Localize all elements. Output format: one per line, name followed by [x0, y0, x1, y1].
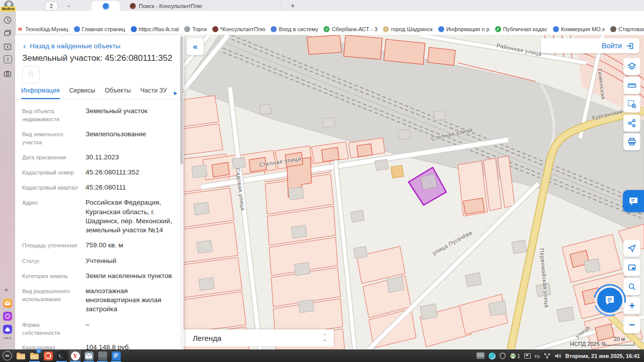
- bookmark-favicon: [553, 26, 559, 32]
- mail-app-icon[interactable]: [3, 299, 12, 308]
- field-row: Площадь уточненная759.00 кв. м: [22, 241, 173, 250]
- bookmark-item[interactable]: Информация о р: [438, 26, 490, 32]
- docs-app-button[interactable]: [110, 350, 122, 361]
- bookmark-label: *КонсультантПлю: [220, 26, 266, 32]
- tab-Объекты[interactable]: Объекты: [105, 87, 131, 99]
- orange-parcel: [391, 165, 404, 178]
- minimap-button[interactable]: [623, 259, 640, 276]
- tab-list-chevron-icon[interactable]: ⌄: [66, 2, 71, 9]
- measure-ruler-button[interactable]: [623, 77, 640, 94]
- files-app-button[interactable]: [15, 350, 27, 361]
- windows-icon[interactable]: [3, 29, 12, 38]
- gray-app-button[interactable]: [97, 350, 108, 361]
- my-location-button[interactable]: [623, 240, 640, 257]
- chevron-left-icon: ‹: [23, 43, 26, 49]
- assistant-chat-button[interactable]: [623, 190, 644, 212]
- field-row: СтатусУчтенный: [22, 256, 173, 265]
- area-search-button[interactable]: [623, 96, 640, 113]
- video-play-icon[interactable]: [3, 42, 12, 51]
- nspd-favicon: [103, 3, 109, 10]
- keyboard-layout[interactable]: ru: [535, 353, 540, 359]
- docs-app-icon: [112, 351, 121, 360]
- network-icon[interactable]: [544, 353, 550, 359]
- battery-icon[interactable]: [524, 353, 531, 358]
- bookmark-item[interactable]: Торги: [184, 26, 206, 32]
- orange-app-icon: [44, 351, 53, 360]
- bookmark-item[interactable]: *КонсультантПлю: [212, 26, 266, 32]
- field-value: малоэтажная многоквартирная жилая застро…: [86, 287, 173, 314]
- tray-app-icon[interactable]: [476, 352, 485, 359]
- print-button[interactable]: [623, 133, 640, 150]
- field-value: –: [86, 320, 173, 337]
- map-login-bar[interactable]: Войти: [541, 38, 639, 53]
- browser-tab-bar: Войти 2 ⌄ Поиск - КонсультантПлю +: [0, 0, 644, 11]
- bookmark-item[interactable]: город Шадринск: [383, 26, 433, 32]
- terminal-app-button[interactable]: $_: [56, 350, 67, 361]
- bookmark-favicon: [184, 26, 190, 32]
- bookmark-item[interactable]: ✓Сбербанк-АСТ - З: [324, 26, 377, 32]
- browser-side-rail: 2 + •••: [0, 11, 16, 349]
- panel-scrollbar[interactable]: [180, 36, 183, 348]
- field-row: Кадастровый квартал45:26:080111: [22, 183, 173, 192]
- panel-collapse-button[interactable]: «: [187, 38, 204, 55]
- bookmark-item[interactable]: Стартовая стран: [610, 26, 644, 32]
- tab-groups-badge[interactable]: 2: [4, 55, 12, 63]
- volume-icon[interactable]: [554, 353, 561, 359]
- scale-label: 20 м: [614, 336, 625, 342]
- rail-add-icon[interactable]: +: [4, 285, 9, 294]
- profile-login-badge[interactable]: Войти: [1, 7, 16, 12]
- field-value: Землепользование: [86, 130, 173, 147]
- back-to-results-link[interactable]: ‹ Назад в найденные объекты: [23, 42, 120, 50]
- chat-fab-button[interactable]: [597, 288, 622, 313]
- bookmark-item[interactable]: Коммерция МО.х: [553, 26, 605, 32]
- tab-Информация[interactable]: Информация: [21, 87, 60, 99]
- bookmark-item[interactable]: МТехноКад-Муниц: [17, 26, 68, 32]
- map-canvas[interactable]: Степная улицаСтепная улицаСадовая улицау…: [184, 35, 644, 349]
- favorite-star-button[interactable]: ☆: [22, 66, 40, 83]
- yandex-browser-icon: Y: [71, 351, 80, 360]
- tab-count-button[interactable]: 2: [45, 2, 58, 11]
- parcel-fields: Вид объекта недвижимостиЗемельный участо…: [22, 107, 173, 362]
- bookmark-item[interactable]: ✓Публичная кадас: [495, 26, 547, 32]
- printer-tray-icon[interactable]: 1: [510, 353, 520, 359]
- layers-button[interactable]: [623, 58, 640, 75]
- bookmark-item[interactable]: Главная страниц: [74, 26, 125, 32]
- zoom-out-button[interactable]: −: [623, 316, 640, 333]
- yandex-browser-button[interactable]: Y: [69, 350, 81, 361]
- field-value: Земли населенных пунктов: [86, 272, 173, 281]
- map-base-layer: [184, 35, 644, 349]
- bookmark-item[interactable]: https://fias-lk.nal: [131, 26, 179, 32]
- share-button[interactable]: [623, 115, 640, 132]
- camera-app-icon[interactable]: [3, 312, 12, 321]
- start-menu-button[interactable]: lm: [2, 350, 13, 361]
- system-tray: 1 ru Вторник, 21 янв 2025, 16:41: [476, 352, 644, 359]
- tab-consultant[interactable]: Поиск - КонсультантПлю: [125, 1, 281, 11]
- search-extent-button[interactable]: [623, 278, 640, 295]
- mail-client-button[interactable]: [83, 350, 95, 361]
- field-label: Кадастровый номер: [22, 168, 78, 177]
- legend-bar[interactable]: Легенда ⌃⌄: [184, 329, 334, 346]
- back-link-label: Назад в найденные объекты: [30, 42, 120, 50]
- history-clock-icon[interactable]: [3, 16, 12, 25]
- tab-active-nspd[interactable]: [92, 1, 120, 11]
- selected-parcel-building: [421, 174, 437, 190]
- field-row: Категория земельЗемли населенных пунктов: [22, 272, 173, 281]
- field-value: 45:26:080111: [86, 183, 173, 192]
- tab-Сервисы[interactable]: Сервисы: [69, 87, 96, 99]
- shield-icon[interactable]: [500, 352, 506, 359]
- scrollbar-thumb[interactable]: [180, 36, 183, 164]
- tabs-scroll-arrow[interactable]: ▶: [171, 88, 181, 98]
- folder-count-badge: 2: [36, 348, 41, 353]
- bookmark-item[interactable]: Вход в систему: [271, 26, 318, 32]
- orange-app-button[interactable]: [42, 350, 54, 361]
- screenshot-camera-icon[interactable]: [3, 69, 12, 78]
- field-row: Дата присвоения30.11.2023: [22, 153, 173, 162]
- cloud-app-icon[interactable]: [3, 325, 12, 334]
- clock-datetime[interactable]: Вторник, 21 янв 2025, 16:41: [566, 353, 640, 359]
- legend-expand-icon[interactable]: ⌃⌄: [323, 334, 327, 341]
- rail-more-icon[interactable]: •••: [4, 335, 12, 341]
- new-tab-button[interactable]: +: [288, 0, 298, 11]
- tray-teal-icon[interactable]: [489, 352, 496, 359]
- tab-Части ЗУ[interactable]: Части ЗУ: [140, 87, 167, 99]
- folder-window-button[interactable]: 2: [29, 350, 40, 361]
